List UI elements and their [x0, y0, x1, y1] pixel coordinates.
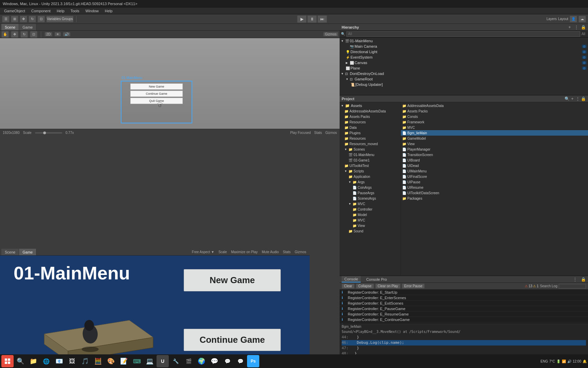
menu-gameobject[interactable]: GameObject: [1, 7, 28, 14]
taskbar-mail-btn[interactable]: 📧: [53, 355, 65, 367]
proj-sound-item[interactable]: 📁 Sound: [340, 228, 401, 234]
game-newgame-button[interactable]: New Game: [184, 269, 281, 291]
menu-help[interactable]: Help: [54, 7, 67, 14]
taskbar-paint-btn[interactable]: 🎨: [105, 355, 117, 367]
taskbar-files-btn[interactable]: 📁: [27, 355, 39, 367]
project-search-btn[interactable]: 🔍: [564, 96, 570, 102]
taskbar-volume[interactable]: 🔊: [567, 359, 571, 363]
proj-right-uiresume[interactable]: 📄 UIResume: [401, 185, 588, 190]
hierarchy-search-input[interactable]: [346, 31, 580, 37]
taskbar-wifi[interactable]: 📶: [562, 359, 566, 363]
console-clearplay-btn[interactable]: Clear on Play: [375, 283, 401, 289]
proj-right-mvc[interactable]: 📁 MVC: [401, 125, 588, 130]
game-view-scene-tab[interactable]: Scene: [1, 249, 19, 255]
scene-audio-btn[interactable]: 🔊: [63, 32, 70, 36]
scene-quitgame-btn[interactable]: Quit Game: [130, 98, 183, 104]
game-view-game-tab[interactable]: Game: [19, 249, 36, 255]
hierarchy-item-debugupdater[interactable]: 📜 [Debug Updater]: [340, 82, 588, 87]
menu-tools[interactable]: Tools: [68, 7, 82, 14]
hierarchy-lock-btn[interactable]: 🔒: [581, 25, 586, 30]
scene-mainmenu-object[interactable]: 01-MainMenu New Game Continue Game Quit …: [121, 81, 192, 123]
project-add-btn[interactable]: +: [570, 96, 575, 102]
menu-help2[interactable]: Help: [102, 7, 115, 14]
proj-right-gamemodel[interactable]: 📁 GameModel: [401, 136, 588, 141]
taskbar-discord-btn[interactable]: 💬: [221, 355, 233, 367]
proj-mvc2-item[interactable]: 📁 MVC: [340, 217, 401, 223]
proj-right-transscreen[interactable]: 📄 TransitionScreen: [401, 152, 588, 157]
proj-right-uipause[interactable]: 📄 UIPause: [401, 179, 588, 185]
proj-data-item[interactable]: 📁 Data: [340, 125, 401, 130]
console-lock-btn[interactable]: 🔒: [581, 277, 586, 282]
proj-scenesargs-item[interactable]: 📄 ScenesArgs: [340, 196, 401, 201]
console-tab-console[interactable]: Console: [342, 276, 361, 282]
scene-2d-btn[interactable]: 2D: [45, 32, 52, 36]
hierarchy-item-plane[interactable]: ⬜ Plane ◎: [340, 65, 588, 71]
toolbar-btn-2[interactable]: ⊞: [11, 16, 18, 22]
toolbar-btn-4[interactable]: ↻: [29, 16, 36, 22]
hierarchy-item-gameroot[interactable]: ▼ ⊡ GameRoot: [340, 76, 588, 82]
proj-right-consts[interactable]: 📁 Consts: [401, 114, 588, 119]
proj-right-uifinal[interactable]: 📄 UIFinalScore: [401, 174, 588, 179]
taskbar-calc-btn[interactable]: 🧮: [92, 355, 104, 367]
console-row-4[interactable]: ℹ RegisterController: E_PauseGame: [340, 306, 588, 311]
scene-continuegame-btn[interactable]: Continue Game: [130, 91, 183, 97]
project-menu-btn[interactable]: ⋮: [575, 96, 581, 102]
taskbar-wechat-btn[interactable]: 💬: [234, 355, 246, 367]
gizmos-btn2[interactable]: Gizmos: [325, 131, 337, 135]
hierarchy-item-canvas[interactable]: ▶ ⬜ Canvas ◎: [340, 60, 588, 65]
proj-mvc-item[interactable]: ▼ 📁 MVC: [340, 201, 401, 206]
game-maximize-btn[interactable]: Maximize on Play: [229, 250, 260, 254]
console-row-3[interactable]: ℹ RegisterController: E_ExitScenes: [340, 301, 588, 306]
scene-scale-btn[interactable]: ⊡: [30, 31, 37, 38]
proj-right-uiboard[interactable]: 📄 UIBoard: [401, 157, 588, 163]
taskbar-start-btn[interactable]: [1, 355, 14, 367]
game-stats-btn[interactable]: Stats: [281, 250, 293, 254]
scene-light-btn[interactable]: ☀: [54, 32, 61, 36]
taskbar-browser-btn[interactable]: 🌍: [195, 355, 208, 367]
toolbar-btn-5[interactable]: ⊡: [37, 16, 45, 22]
proj-right-assetpacks[interactable]: 📁 Assets Packs: [401, 108, 588, 114]
taskbar-notes-btn[interactable]: 📝: [118, 355, 130, 367]
code-line-46[interactable]: 46: Debug.Log(clip.name);: [342, 340, 586, 346]
proj-mainmenu-item[interactable]: 🎬 01-MainMenu: [340, 152, 401, 157]
hierarchy-item-mainmenu[interactable]: ▼ 🎬 01-MainMenu: [340, 38, 588, 44]
pause-button[interactable]: ⏸: [307, 15, 317, 23]
menu-window[interactable]: Window: [83, 7, 101, 14]
taskbar-photos-btn[interactable]: 🖼: [66, 355, 78, 367]
scene-scale-slider[interactable]: [35, 132, 62, 134]
cloud-btn[interactable]: ☁: [578, 16, 586, 22]
taskbar-term-btn[interactable]: 💻: [144, 355, 156, 367]
proj-controller-item[interactable]: 📁 Controller: [340, 206, 401, 212]
hierarchy-item-eventsystem[interactable]: ⚡ EventSystem ◎: [340, 55, 588, 60]
proj-uitoolkit-item[interactable]: 📁 UIToolkitTest: [340, 163, 401, 168]
taskbar-music-btn[interactable]: 🎵: [79, 355, 91, 367]
hierarchy-menu-btn[interactable]: ⋮: [574, 25, 579, 30]
play-button[interactable]: ▶: [297, 15, 307, 23]
proj-game1-item[interactable]: 🎬 02-Game1: [340, 157, 401, 163]
taskbar-unity-btn[interactable]: U: [157, 355, 169, 367]
proj-right-addr[interactable]: 📁 AddressableAssetsData: [401, 103, 588, 108]
console-tab-pro[interactable]: Console Pro: [363, 276, 390, 282]
game-resolution-selector[interactable]: Free Aspect ▼: [190, 250, 216, 254]
proj-assetpacks-item[interactable]: 📁 Assets Packs: [340, 114, 401, 119]
proj-args-item[interactable]: ▼ 📁 Args: [340, 179, 401, 185]
proj-app-item[interactable]: 📁 Application: [340, 174, 401, 179]
scene-rotate-btn[interactable]: ↻: [20, 31, 28, 38]
console-search-input[interactable]: [559, 284, 586, 289]
stats-btn[interactable]: Stats: [314, 131, 322, 135]
taskbar-blender-btn[interactable]: 🎬: [182, 355, 195, 367]
step-button[interactable]: ⏭: [317, 15, 327, 23]
proj-right-uidead[interactable]: 📄 UIDead: [401, 163, 588, 168]
console-collapse-btn[interactable]: Collapse: [356, 283, 374, 289]
play-focused-btn[interactable]: Play Focused: [290, 131, 311, 135]
proj-scripts-item[interactable]: ▼ 📁 Scripts: [340, 168, 401, 174]
proj-model-item[interactable]: 📁 Model: [340, 212, 401, 217]
taskbar-notification[interactable]: 🔔: [583, 359, 587, 363]
hierarchy-item-dontdestroy[interactable]: ▼ ⊡ DontDestroyOnLoad: [340, 71, 588, 76]
proj-right-framework[interactable]: 📁 Framework: [401, 119, 588, 125]
console-row-2[interactable]: ℹ RegisterController: E_EnterScenes: [340, 295, 588, 301]
variables-groups-btn[interactable]: Variables Groups: [46, 16, 74, 22]
project-lock-btn[interactable]: 🔒: [581, 96, 586, 102]
proj-scenes-item[interactable]: ▼ 📁 Scenes: [340, 147, 401, 152]
console-row-6[interactable]: ℹ RegisterController: E_ContinueGame: [340, 317, 588, 322]
